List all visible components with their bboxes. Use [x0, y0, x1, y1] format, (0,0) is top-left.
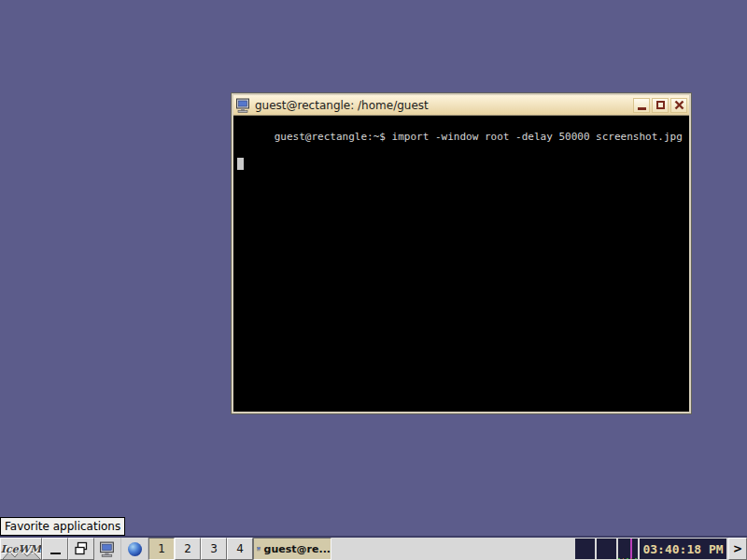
terminal-monitor-icon: [235, 98, 251, 113]
terminal-screen[interactable]: guest@rectangle:~$ import -window root -…: [233, 116, 689, 412]
start-menu-button[interactable]: IceWM: [0, 538, 42, 560]
cpu-activity-baseline: [618, 558, 638, 559]
underscore-icon: [50, 553, 61, 554]
show-desktop-button[interactable]: [42, 538, 68, 560]
window-list-button[interactable]: [68, 538, 94, 560]
icewm-logo: IceWM: [1, 543, 41, 555]
workspace-button-1[interactable]: 1: [148, 538, 175, 560]
browser-launcher-button[interactable]: [121, 538, 148, 560]
maximize-button[interactable]: [652, 98, 669, 113]
taskbar-task-button[interactable]: guest@re...: [253, 538, 331, 560]
workspace-button-2[interactable]: 2: [175, 538, 201, 560]
terminal-prompt-line: guest@rectangle:~$ import -window root -…: [275, 131, 683, 143]
cpu-monitor-applet: [618, 539, 638, 559]
net-monitor-applet: [597, 539, 616, 559]
taskbar-expand-button[interactable]: >: [728, 538, 747, 560]
maximize-icon: [656, 101, 665, 109]
terminal-monitor-icon: [257, 542, 261, 555]
terminal-window: guest@rectangle: /home/guest guest@recta…: [232, 93, 691, 413]
cpu-activity-spike: [630, 539, 632, 559]
task-button-label: guest@re...: [264, 543, 331, 555]
globe-icon: [128, 542, 142, 556]
window-controls: [633, 98, 687, 113]
close-icon: [674, 100, 684, 110]
workspace-button-3[interactable]: 3: [201, 538, 227, 560]
windows-cascade-icon: [74, 541, 89, 556]
net-monitor-applet: [575, 539, 595, 559]
minimize-icon: [638, 107, 646, 110]
window-titlebar[interactable]: guest@rectangle: /home/guest: [233, 95, 689, 116]
window-title: guest@rectangle: /home/guest: [255, 99, 633, 112]
taskbar-clock: 03:40:18 PM: [640, 539, 726, 559]
terminal-launcher-button[interactable]: [94, 538, 121, 560]
terminal-cursor: [237, 158, 244, 170]
terminal-monitor-icon: [99, 541, 116, 557]
taskbar: IceWM 1 2 3 4: [0, 536, 747, 560]
close-button[interactable]: [670, 98, 687, 113]
taskbar-spacer: [331, 538, 575, 560]
workspace-button-4[interactable]: 4: [227, 538, 253, 560]
desktop[interactable]: guest@rectangle: /home/guest guest@recta…: [0, 0, 747, 560]
tooltip-favorite-applications: Favorite applications: [0, 517, 125, 536]
minimize-button[interactable]: [633, 98, 650, 113]
